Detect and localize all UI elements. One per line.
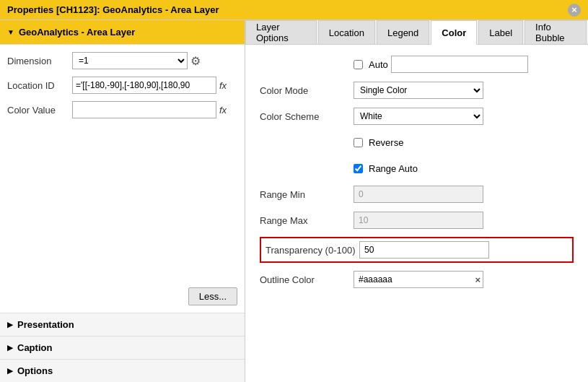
- dimension-control: =1 ⚙: [72, 52, 237, 69]
- caption-header[interactable]: ▶ Caption: [0, 337, 245, 359]
- range-auto-control: Range Auto: [354, 163, 418, 174]
- color-scheme-control: White Black Red Blue Green: [354, 108, 483, 125]
- range-max-input[interactable]: [354, 212, 483, 229]
- dimension-select[interactable]: =1: [72, 52, 188, 69]
- color-scheme-label: Color Scheme: [260, 111, 354, 122]
- options-label: Options: [17, 365, 53, 376]
- left-panel-header: ▼ GeoAnalytics - Area Layer: [0, 20, 245, 45]
- range-auto-row: Range Auto: [260, 159, 574, 178]
- right-panel: Layer Options Location Legend Color Labe…: [245, 20, 588, 382]
- range-max-label: Range Max: [260, 215, 354, 226]
- transparency-label: Transparency (0-100): [266, 245, 359, 256]
- options-arrow-icon: ▶: [7, 367, 13, 375]
- dimension-row: Dimension =1 ⚙: [7, 52, 237, 69]
- tabs-bar: Layer Options Location Legend Color Labe…: [245, 20, 588, 45]
- location-id-input[interactable]: [72, 77, 216, 94]
- options-accordion: ▶ Options: [0, 359, 245, 382]
- options-header[interactable]: ▶ Options: [0, 360, 245, 382]
- reverse-checkbox[interactable]: [354, 138, 363, 147]
- tab-legend[interactable]: Legend: [377, 20, 429, 44]
- transparency-row: Transparency (0-100): [260, 237, 574, 263]
- outline-color-label: Outline Color: [260, 274, 354, 285]
- color-mode-label: Color Mode: [260, 85, 354, 96]
- color-scheme-select[interactable]: White Black Red Blue Green: [354, 108, 483, 125]
- color-value-row: Color Value fx: [7, 101, 237, 118]
- transparency-input[interactable]: [359, 241, 489, 259]
- main-container: ▼ GeoAnalytics - Area Layer Dimension =1…: [0, 20, 588, 382]
- close-button[interactable]: ×: [568, 4, 581, 17]
- less-btn-row: Less...: [0, 280, 245, 313]
- range-auto-checkbox[interactable]: [354, 164, 363, 173]
- auto-input[interactable]: [391, 56, 528, 73]
- location-id-label: Location ID: [7, 80, 72, 91]
- auto-checkbox[interactable]: [354, 60, 363, 69]
- color-scheme-row: Color Scheme White Black Red Blue Green: [260, 107, 574, 126]
- color-mode-row: Color Mode Single Color Multi Color By E…: [260, 81, 574, 100]
- tab-location[interactable]: Location: [318, 20, 375, 44]
- tab-label[interactable]: Label: [478, 20, 523, 44]
- left-panel-content: Dimension =1 ⚙ Location ID fx Color Val: [0, 45, 245, 280]
- left-panel-title: GeoAnalytics - Area Layer: [19, 27, 135, 38]
- range-max-row: Range Max: [260, 211, 574, 230]
- outline-color-input[interactable]: [354, 271, 483, 288]
- range-min-label: Range Min: [260, 189, 354, 200]
- reverse-row: Reverse: [260, 133, 574, 152]
- location-fx-button[interactable]: fx: [219, 79, 227, 91]
- collapse-arrow-icon[interactable]: ▼: [7, 28, 14, 36]
- location-id-control: fx: [72, 77, 237, 94]
- color-value-control: fx: [72, 101, 237, 118]
- auto-row: Auto: [260, 55, 574, 74]
- color-value-fx-button[interactable]: fx: [219, 104, 227, 116]
- color-mode-select[interactable]: Single Color Multi Color By Expression: [354, 82, 483, 99]
- reverse-control: Reverse: [354, 137, 403, 148]
- range-max-control: [354, 212, 483, 229]
- range-min-control: [354, 186, 483, 203]
- title-text: Properties [CH1123]: GeoAnalytics - Area…: [7, 4, 219, 15]
- presentation-accordion: ▶ Presentation: [0, 313, 245, 336]
- title-bar: Properties [CH1123]: GeoAnalytics - Area…: [0, 0, 588, 20]
- reverse-label: Reverse: [369, 137, 403, 148]
- presentation-header[interactable]: ▶ Presentation: [0, 313, 245, 336]
- outline-color-row: Outline Color ×: [260, 270, 574, 289]
- auto-label: Auto: [369, 59, 388, 70]
- color-content: Auto Color Mode Single Color Multi Color…: [245, 45, 588, 382]
- location-id-row: Location ID fx: [7, 77, 237, 94]
- gear-icon[interactable]: ⚙: [190, 54, 201, 68]
- outline-color-control: ×: [354, 271, 483, 288]
- range-min-row: Range Min: [260, 185, 574, 204]
- left-panel: ▼ GeoAnalytics - Area Layer Dimension =1…: [0, 20, 245, 382]
- caption-label: Caption: [17, 342, 52, 353]
- tab-color[interactable]: Color: [431, 20, 477, 45]
- caption-accordion: ▶ Caption: [0, 336, 245, 359]
- dimension-label: Dimension: [7, 56, 72, 66]
- outline-color-clear-button[interactable]: ×: [475, 274, 481, 285]
- presentation-arrow-icon: ▶: [7, 321, 13, 329]
- caption-arrow-icon: ▶: [7, 344, 13, 352]
- tab-info-bubble[interactable]: Info Bubble: [525, 20, 587, 44]
- tab-layer-options[interactable]: Layer Options: [245, 20, 317, 44]
- presentation-label: Presentation: [17, 319, 74, 330]
- range-auto-label: Range Auto: [369, 163, 418, 174]
- color-value-input[interactable]: [72, 101, 216, 118]
- color-mode-control: Single Color Multi Color By Expression: [354, 82, 483, 99]
- range-min-input[interactable]: [354, 186, 483, 203]
- auto-control: Auto: [354, 56, 528, 73]
- less-button[interactable]: Less...: [188, 287, 237, 305]
- color-value-label: Color Value: [7, 105, 72, 116]
